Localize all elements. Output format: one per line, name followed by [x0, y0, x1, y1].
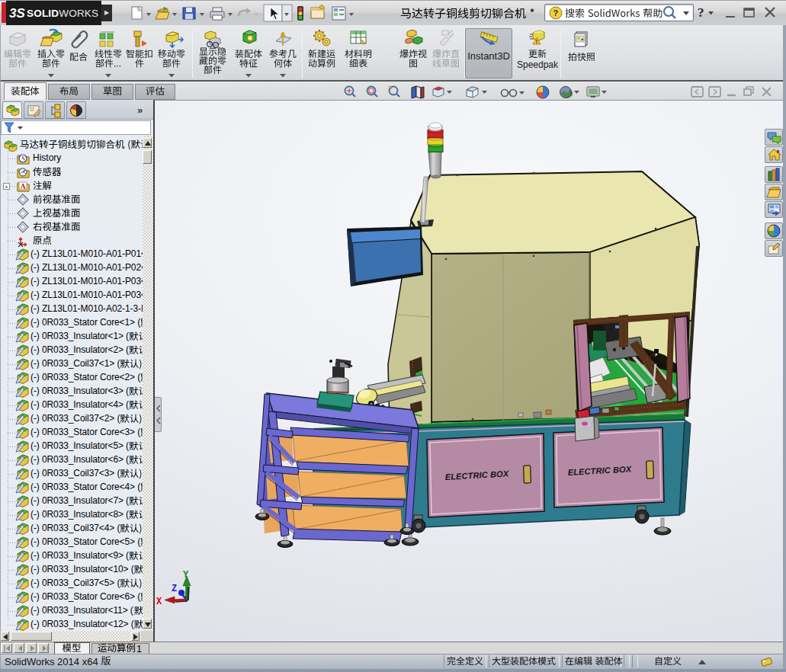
- svg-text:X: X: [156, 597, 162, 607]
- svg-text:Y: Y: [183, 570, 189, 581]
- svg-text:!: !: [536, 38, 538, 45]
- svg-text:3S: 3S: [9, 6, 25, 21]
- svg-text:SOLIDWORKS: SOLIDWORKS: [27, 8, 98, 19]
- svg-text:A: A: [21, 182, 27, 190]
- svg-text:?: ?: [698, 5, 704, 20]
- svg-text:Z: Z: [172, 584, 177, 594]
- svg-text:?: ?: [553, 8, 559, 18]
